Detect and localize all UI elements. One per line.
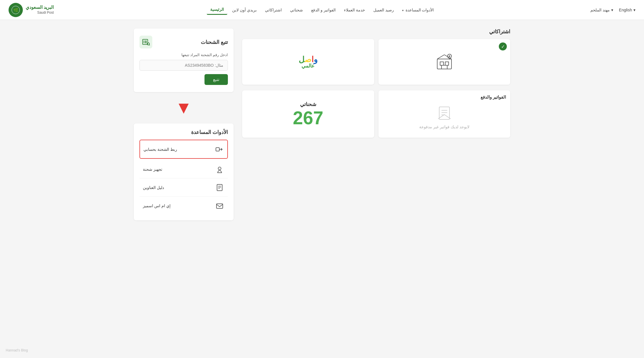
user-name: مهند الملحم xyxy=(590,8,610,12)
nav-item-customer-service[interactable]: خدمة العملاء xyxy=(341,5,368,15)
nav-links: الأدوات المساعدة ▾ رصيد العميل خدمة العم… xyxy=(207,5,437,15)
shipments-card[interactable]: شحناتي 267 xyxy=(242,90,374,138)
tracking-instruction: ادخل رقم الشحنة المراد تتبعها xyxy=(139,53,228,57)
left-panel: اشتراكاتي ✓ xyxy=(242,29,510,220)
subscriptions-section: اشتراكاتي ✓ xyxy=(242,29,510,85)
subscription-card-1[interactable]: ✓ xyxy=(378,39,511,85)
track-button[interactable]: تتبع xyxy=(204,74,228,85)
nav-link-shipments[interactable]: شحناتي xyxy=(287,5,306,15)
svg-point-9 xyxy=(449,56,450,57)
arrow-annotation: ▼ xyxy=(134,99,234,116)
main-content: اشتراكاتي ✓ xyxy=(122,20,522,229)
chevron-down-icon: ▾ xyxy=(402,9,404,12)
tracking-section: تتبع الشحنات ادخل رقم الشحنة المراد تتبع… xyxy=(134,29,234,92)
nav-item-subscriptions[interactable]: اشتراكاتي xyxy=(262,5,285,15)
shipments-invoices-grid: الفواتير والدفع لايوجد لديك فواتير غير م… xyxy=(242,90,510,138)
subscription-card-2[interactable]: واصل عالمي xyxy=(242,39,374,85)
tracking-input[interactable] xyxy=(139,60,228,71)
link-shipment-icon xyxy=(214,144,224,154)
logo-english: Saudi Post xyxy=(26,11,54,15)
nav-item-shipments[interactable]: شحناتي xyxy=(287,5,306,15)
user-menu[interactable]: ▾ مهند الملحم xyxy=(590,8,613,12)
svg-rect-23 xyxy=(217,184,222,191)
invoice-icon xyxy=(436,105,453,122)
invoices-card-title: الفواتير والدفع xyxy=(481,95,506,100)
sms-icon xyxy=(214,201,224,211)
shipments-count: 267 xyxy=(293,109,323,127)
sms-label: إي ام اس اسميز xyxy=(143,204,171,208)
building-location-icon xyxy=(433,50,456,73)
subscriptions-grid: ✓ xyxy=(242,39,510,85)
prepare-shipment-label: تجهيز شحنة xyxy=(143,167,162,172)
svg-rect-27 xyxy=(216,204,223,208)
shipments-invoices-section: الفواتير والدفع لايوجد لديك فواتير غير م… xyxy=(242,90,510,138)
chevron-down-icon: ▾ xyxy=(633,8,635,12)
tool-item-prepare-shipment[interactable]: تجهيز شحنة xyxy=(139,160,228,178)
nav-item-tools[interactable]: الأدوات المساعدة ▾ xyxy=(399,5,438,15)
nav-link-online[interactable]: بريدي أون لاين xyxy=(229,5,260,15)
address-guide-icon xyxy=(214,182,224,192)
wasel-logo: واصل عالمي xyxy=(299,55,318,69)
barcode-search-icon xyxy=(142,38,150,46)
tool-item-sms[interactable]: إي ام اس اسميز xyxy=(139,197,228,215)
tracking-title: تتبع الشحنات xyxy=(201,39,228,45)
logo-text: البريد السعودي Saudi Post xyxy=(26,5,54,15)
address-guide-label: دليل العناوين xyxy=(143,185,164,190)
nav-link-tools[interactable]: الأدوات المساعدة ▾ xyxy=(399,5,438,15)
check-badge: ✓ xyxy=(499,42,507,50)
nav-item-online[interactable]: بريدي أون لاين xyxy=(229,5,260,15)
link-shipment-label: ربط الشحنة بحسابي xyxy=(143,147,177,152)
nav-link-home[interactable]: الرئيسية xyxy=(207,5,227,15)
navbar: ▾ English ▾ مهند الملحم الأدوات المساعدة… xyxy=(0,0,644,20)
prepare-shipment-icon xyxy=(214,164,224,174)
language-label: English xyxy=(619,8,632,12)
logo-emblem: 🌿 xyxy=(9,3,23,17)
tools-section: الأدوات المساعدة ربط الشحنة بحسابي xyxy=(134,123,234,220)
nav-item-invoices[interactable]: الفواتير و الدفع xyxy=(308,5,339,15)
svg-line-20 xyxy=(149,45,150,45)
shipments-card-title: شحناتي xyxy=(300,101,316,107)
navbar-left: ▾ English ▾ مهند الملحم xyxy=(590,8,635,12)
logo-arabic: البريد السعودي xyxy=(26,5,54,11)
tool-item-right-4: إي ام اس اسميز xyxy=(143,204,171,208)
tool-item-right-2: تجهيز شحنة xyxy=(143,167,162,172)
nav-link-invoices[interactable]: الفواتير و الدفع xyxy=(308,5,339,15)
tool-item-link-shipment[interactable]: ربط الشحنة بحسابي xyxy=(139,140,228,159)
tool-item-right: ربط الشحنة بحسابي xyxy=(143,147,177,152)
nav-item-balance[interactable]: رصيد العميل xyxy=(370,5,397,15)
svg-point-22 xyxy=(218,167,221,170)
link-icon xyxy=(215,145,223,153)
svg-rect-21 xyxy=(216,148,219,151)
svg-rect-3 xyxy=(440,62,443,65)
chevron-down-icon: ▾ xyxy=(611,8,613,12)
tool-item-address-guide[interactable]: دليل العناوين xyxy=(139,178,228,197)
svg-rect-4 xyxy=(445,62,449,65)
envelope-icon xyxy=(216,202,224,210)
tool-item-right-3: دليل العناوين xyxy=(143,185,164,190)
svg-rect-2 xyxy=(437,59,451,69)
location-pin-icon xyxy=(216,165,224,173)
language-switcher[interactable]: ▾ English xyxy=(619,8,635,12)
tracking-icon xyxy=(139,36,152,48)
svg-text:🌿: 🌿 xyxy=(13,8,19,13)
nav-item-home[interactable]: الرئيسية xyxy=(207,5,227,15)
svg-rect-5 xyxy=(442,65,447,69)
tracking-header: تتبع الشحنات xyxy=(139,36,228,48)
saudi-emblem-icon: 🌿 xyxy=(11,5,20,15)
nav-link-subscriptions[interactable]: اشتراكاتي xyxy=(262,5,285,15)
svg-line-6 xyxy=(437,55,444,59)
svg-rect-11 xyxy=(439,107,449,119)
red-down-arrow-icon: ▼ xyxy=(134,99,234,116)
right-panel: تتبع الشحنات ادخل رقم الشحنة المراد تتبع… xyxy=(134,29,234,220)
invoices-card[interactable]: الفواتير والدفع لايوجد لديك فواتير غير م… xyxy=(378,90,511,138)
subscriptions-title: اشتراكاتي xyxy=(242,29,510,35)
nav-link-balance[interactable]: رصيد العميل xyxy=(370,5,397,15)
no-invoices-text: لايوجد لديك فواتير غير مدفوعة xyxy=(419,125,469,129)
nav-link-customer-service[interactable]: خدمة العملاء xyxy=(341,5,368,15)
tools-title: الأدوات المساعدة xyxy=(139,129,228,135)
logo-area: البريد السعودي Saudi Post 🌿 xyxy=(9,3,54,17)
document-icon xyxy=(216,184,224,192)
